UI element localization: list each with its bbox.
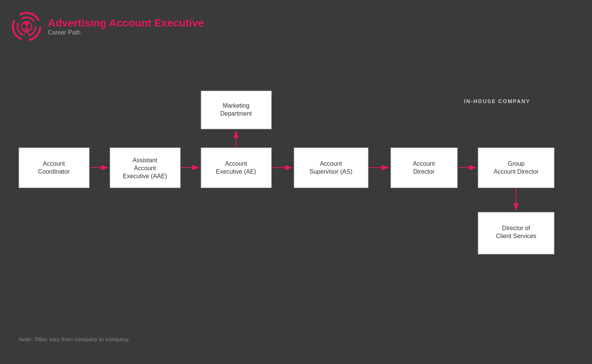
ad-label2: Director bbox=[413, 168, 435, 175]
ae-label1: Account bbox=[225, 160, 247, 167]
marketing-label1: Marketing bbox=[223, 102, 249, 109]
marketing-box bbox=[201, 91, 271, 129]
ad-label1: Account bbox=[413, 160, 435, 167]
account-coordinator-label2: Coordinator bbox=[38, 168, 70, 175]
ad-box bbox=[391, 148, 457, 188]
assistant-ae-label1: Assistant bbox=[133, 157, 157, 163]
account-coordinator-box bbox=[19, 148, 89, 188]
ae-box bbox=[201, 148, 271, 188]
as-label2: Supervisor (AS) bbox=[310, 168, 353, 175]
career-path-diagram: Account Coordinator Assistant Account Ex… bbox=[0, 0, 592, 364]
dcs-label1: Director of bbox=[502, 225, 530, 231]
assistant-ae-label3: Executive (AAE) bbox=[123, 173, 167, 179]
marketing-label2: Department bbox=[220, 110, 252, 117]
note-text: Note: Titles vary from company to compan… bbox=[19, 336, 130, 342]
as-box bbox=[294, 148, 368, 188]
gad-label2: Account Director bbox=[494, 168, 539, 175]
account-coordinator-label: Account bbox=[43, 160, 65, 167]
dcs-label2: Client Services bbox=[496, 233, 537, 239]
in-house-label: IN-HOUSE COMPANY bbox=[464, 98, 531, 104]
assistant-ae-label2: Account bbox=[134, 165, 156, 171]
gad-label1: Group bbox=[508, 160, 525, 167]
as-label1: Account bbox=[320, 160, 342, 167]
ae-label2: Executive (AE) bbox=[216, 168, 256, 175]
gad-box bbox=[478, 148, 554, 188]
